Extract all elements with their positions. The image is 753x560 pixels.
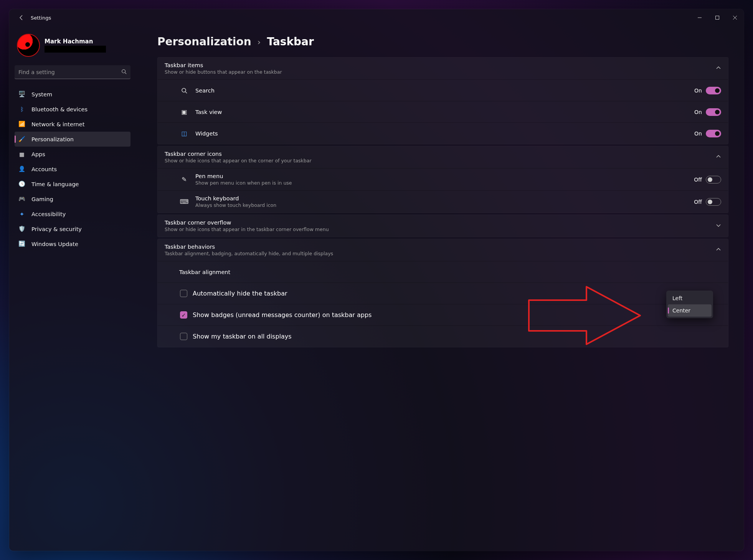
apps-icon: ▦: [18, 151, 25, 158]
sidebar-item-label: Gaming: [31, 196, 53, 202]
checkbox-label: Show badges (unread messages counter) on…: [193, 311, 372, 319]
sidebar-item-label: Windows Update: [31, 241, 78, 247]
sidebar-item-label: Network & internet: [31, 121, 84, 127]
accessibility-icon: ✦: [18, 211, 25, 218]
profile[interactable]: Mark Hachman: [15, 34, 130, 57]
toggle-state: On: [694, 88, 702, 94]
keyboard-icon: ⌨: [179, 198, 189, 205]
toggle-search[interactable]: [706, 87, 721, 94]
avatar: [17, 34, 40, 57]
toggle-state: On: [694, 109, 702, 115]
main-content: Personalization › Taskbar Taskbar items …: [136, 26, 744, 551]
sidebar-item-accounts[interactable]: 👤Accounts: [15, 162, 130, 177]
close-button[interactable]: [726, 11, 744, 25]
toggle-taskview[interactable]: [706, 108, 721, 116]
user-email-redacted: [45, 46, 106, 53]
sidebar-item-personalization[interactable]: 🖌️Personalization: [15, 132, 130, 147]
expander-header[interactable]: Taskbar corner icons Show or hide icons …: [158, 146, 728, 168]
section-title: Taskbar corner icons: [165, 151, 312, 157]
row-taskview: ▣ Task view On: [158, 101, 728, 122]
pen-icon: ✎: [179, 176, 189, 183]
search-input[interactable]: [15, 65, 130, 79]
section-title: Taskbar items: [165, 62, 282, 68]
wifi-icon: 📶: [18, 121, 25, 128]
maximize-button[interactable]: [708, 11, 726, 25]
svg-rect-1: [716, 16, 719, 20]
sidebar-item-time[interactable]: 🕓Time & language: [15, 177, 130, 192]
checkbox-label: Show my taskbar on all displays: [193, 333, 292, 340]
sidebar-item-system[interactable]: 🖥️System: [15, 87, 130, 102]
row-show-badges[interactable]: ✓ Show badges (unread messages counter) …: [158, 304, 728, 325]
alignment-option-left[interactable]: Left: [668, 292, 712, 304]
search-icon: [179, 88, 189, 94]
chevron-down-icon: [716, 222, 721, 230]
sidebar-item-update[interactable]: 🔄Windows Update: [15, 236, 130, 251]
minimize-button[interactable]: [691, 11, 708, 25]
svg-point-4: [182, 88, 186, 92]
widgets-icon: ◫: [179, 130, 189, 137]
refresh-icon: 🔄: [18, 241, 25, 248]
sidebar-item-network[interactable]: 📶Network & internet: [15, 117, 130, 132]
toggle-widgets[interactable]: [706, 130, 721, 137]
breadcrumb-parent[interactable]: Personalization: [157, 35, 251, 48]
section-taskbar-items: Taskbar items Show or hide buttons that …: [157, 57, 728, 144]
sidebar-item-label: Privacy & security: [31, 226, 82, 232]
toggle-pen-menu[interactable]: [706, 176, 721, 183]
titlebar: Settings: [9, 9, 744, 26]
sidebar-item-apps[interactable]: ▦Apps: [15, 147, 130, 162]
search-icon: [121, 69, 127, 76]
sidebar-item-privacy[interactable]: 🛡️Privacy & security: [15, 221, 130, 236]
settings-window: Settings Mark Hachman 🖥️Sys: [9, 9, 744, 551]
row-label: Task view: [195, 109, 222, 115]
row-auto-hide[interactable]: Automatically hide the taskbar: [158, 282, 728, 304]
sidebar-item-label: Apps: [31, 151, 45, 157]
checkbox-show-badges[interactable]: ✓: [180, 311, 187, 319]
row-label: Taskbar alignment: [179, 269, 230, 275]
back-button[interactable]: [15, 11, 28, 25]
sidebar-item-accessibility[interactable]: ✦Accessibility: [15, 206, 130, 221]
row-all-displays[interactable]: Show my taskbar on all displays: [158, 325, 728, 347]
monitor-icon: 🖥️: [18, 91, 25, 98]
section-corner-icons: Taskbar corner icons Show or hide icons …: [157, 146, 728, 213]
sidebar-item-label: System: [31, 91, 52, 97]
alignment-option-center[interactable]: Center: [668, 304, 712, 317]
taskview-icon: ▣: [179, 108, 189, 116]
section-title: Taskbar behaviors: [165, 244, 333, 250]
chevron-up-icon: [716, 154, 721, 161]
checkbox-auto-hide[interactable]: [180, 290, 187, 297]
row-sublabel: Show pen menu icon when pen is in use: [195, 180, 292, 186]
user-name: Mark Hachman: [45, 38, 106, 45]
row-label: Touch keyboard: [195, 195, 276, 202]
search-field[interactable]: [15, 65, 130, 79]
brush-icon: 🖌️: [18, 136, 25, 143]
sidebar: Mark Hachman 🖥️System ᛒBluetooth & devic…: [9, 26, 136, 551]
sidebar-item-label: Bluetooth & devices: [31, 106, 88, 112]
sidebar-item-bluetooth[interactable]: ᛒBluetooth & devices: [15, 102, 130, 117]
toggle-touch-keyboard[interactable]: [706, 198, 721, 206]
app-title: Settings: [31, 15, 51, 21]
chevron-right-icon: ›: [258, 37, 261, 48]
svg-line-5: [185, 92, 187, 93]
row-label: Search: [195, 88, 215, 94]
toggle-state: Off: [694, 177, 702, 183]
section-subtitle: Show or hide buttons that appear on the …: [165, 69, 282, 75]
row-search: Search On: [158, 79, 728, 101]
section-subtitle: Show or hide icons that appear on the co…: [165, 158, 312, 164]
section-title: Taskbar corner overflow: [165, 220, 329, 226]
section-subtitle: Show or hide icons that appear in the ta…: [165, 226, 329, 232]
sidebar-item-gaming[interactable]: 🎮Gaming: [15, 192, 130, 206]
gamepad-icon: 🎮: [18, 196, 25, 203]
sidebar-item-label: Accessibility: [31, 211, 66, 217]
alignment-dropdown[interactable]: Left Center: [666, 291, 713, 318]
shield-icon: 🛡️: [18, 226, 25, 233]
expander-header[interactable]: Taskbar behaviors Taskbar alignment, bad…: [158, 239, 728, 261]
toggle-state: On: [694, 131, 702, 137]
expander-header[interactable]: Taskbar corner overflow Show or hide ico…: [158, 215, 728, 237]
chevron-up-icon: [716, 246, 721, 254]
row-pen-menu: ✎ Pen menu Show pen menu icon when pen i…: [158, 168, 728, 190]
section-behaviors: Taskbar behaviors Taskbar alignment, bad…: [157, 239, 728, 347]
expander-header[interactable]: Taskbar items Show or hide buttons that …: [158, 58, 728, 79]
checkbox-all-displays[interactable]: [180, 333, 187, 340]
row-taskbar-alignment: Taskbar alignment: [158, 261, 728, 282]
section-subtitle: Taskbar alignment, badging, automaticall…: [165, 251, 333, 256]
